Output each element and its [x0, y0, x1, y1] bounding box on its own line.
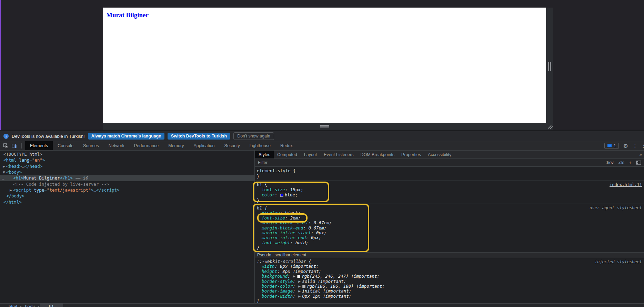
- issues-counter[interactable]: 1: [604, 143, 619, 149]
- code-valtext: 8px !important: [280, 264, 316, 269]
- dom-node-menu-dots-icon[interactable]: …: [2, 175, 4, 181]
- dom-node-body-open[interactable]: ▼<body>: [0, 169, 254, 175]
- more-tabs-icon[interactable]: »: [640, 151, 644, 158]
- infobar-message: DevTools is now available in Turkish!: [12, 134, 85, 139]
- code-punct: :: [285, 187, 290, 192]
- page-heading: Murat Bilginer: [106, 11, 546, 19]
- vertical-resize-handle-icon[interactable]: [550, 62, 551, 71]
- dom-node-head[interactable]: ▶<head>…</head>: [0, 163, 254, 169]
- css-decl-margin-inline-end[interactable]: margin-inline-end: 0px;: [255, 235, 644, 240]
- always-match-language-button[interactable]: Always match Chrome's language: [88, 133, 164, 140]
- tab-styles[interactable]: Styles: [255, 151, 274, 158]
- css-decl-font-weight[interactable]: font-weight: bold;: [255, 241, 644, 245]
- pseudo-state-toggle[interactable]: :hov: [606, 160, 614, 165]
- inspect-element-icon[interactable]: [3, 143, 9, 149]
- switch-devtools-to-turkish-button[interactable]: Switch DevTools to Turkish: [168, 133, 230, 140]
- css-close-brace[interactable]: }: [255, 174, 644, 179]
- styles-filter-input[interactable]: Filter: [258, 160, 606, 165]
- dom-node-html-open[interactable]: <html lang="en">: [0, 157, 254, 163]
- settings-gear-icon[interactable]: ⚙: [623, 143, 628, 149]
- tab-security[interactable]: Security: [220, 141, 245, 150]
- tab-console[interactable]: Console: [53, 141, 78, 150]
- css-decl-border-style[interactable]: border-style: ▶solid !important;: [255, 279, 644, 284]
- css-close-brace[interactable]: }: [255, 245, 644, 250]
- css-decl-background[interactable]: background: ▶rgb(245, 246, 247) !importa…: [255, 274, 644, 279]
- dom-node-html-close[interactable]: </html>: [0, 199, 254, 205]
- code-valtext: block: [285, 210, 298, 215]
- tab-properties[interactable]: Properties: [398, 151, 424, 158]
- dom-node-h1-selected[interactable]: …<h1>Murat Bilginer</h1> == $0: [0, 175, 254, 181]
- breadcrumb-body[interactable]: body: [22, 304, 38, 307]
- css-decl-margin-inline-start[interactable]: margin-inline-start: 0px;: [255, 231, 644, 235]
- viewport-resize-gutter-right[interactable]: [546, 8, 553, 130]
- color-swatch[interactable]: [297, 275, 300, 278]
- code-tag: </body>: [6, 193, 24, 198]
- code-val: "text/javascript": [47, 187, 91, 193]
- color-swatch[interactable]: [302, 285, 305, 288]
- close-devtools-icon[interactable]: ×: [642, 142, 644, 150]
- css-close-brace[interactable]: }: [255, 198, 644, 203]
- devtools-main-toolbar: Elements Console Sources Network Perform…: [0, 141, 644, 151]
- vertical-resize-handle-icon[interactable]: [548, 62, 549, 71]
- collapse-arrow-icon: ▼: [3, 170, 6, 175]
- dom-node-doctype[interactable]: <!DOCTYPE html>: [0, 151, 254, 157]
- css-decl-border-color[interactable]: border-color: ▶rgb(186, 186, 188) !impor…: [255, 284, 644, 289]
- code-punct: :: [306, 235, 311, 240]
- css-decl-border-width[interactable]: border-width: ▶0px 1px !important;: [255, 294, 644, 299]
- tab-accessibility[interactable]: Accessibility: [424, 151, 455, 158]
- horizontal-resize-handle-icon[interactable]: [320, 126, 329, 127]
- code-sel: element.style: [257, 168, 291, 173]
- tab-computed[interactable]: Computed: [274, 151, 301, 158]
- element-classes-toggle[interactable]: .cls: [618, 160, 624, 165]
- corner-resize-handle-icon[interactable]: [547, 123, 553, 130]
- css-decl-display[interactable]: display: block;: [255, 211, 644, 215]
- tab-lighthouse[interactable]: Lighthouse: [245, 141, 275, 150]
- css-decl-height[interactable]: height: 8px !important;: [255, 269, 644, 274]
- device-toolbar-icon[interactable]: [11, 143, 17, 149]
- tab-network[interactable]: Network: [104, 141, 129, 150]
- css-selector-element-style[interactable]: element.style {: [255, 168, 644, 174]
- tab-event-listeners[interactable]: Event Listeners: [320, 151, 357, 158]
- tab-redux[interactable]: Redux: [275, 141, 298, 150]
- css-decl-border-image[interactable]: border-image: ▶initial !important;: [255, 289, 644, 294]
- code-punct: :: [293, 279, 298, 284]
- css-rule-h1-selector[interactable]: h1 {: [255, 182, 644, 187]
- tab-dom-breakpoints[interactable]: DOM Breakpoints: [357, 151, 398, 158]
- code-valtext: 0px: [311, 235, 319, 240]
- horizontal-resize-handle-icon[interactable]: [320, 125, 329, 126]
- code-valtext: 8px !important: [282, 269, 319, 274]
- code-dim: …: [93, 187, 96, 193]
- dom-node-body-close[interactable]: </body>: [0, 193, 254, 199]
- dom-node-script[interactable]: ▶<script type="text/javascript">…</scrip…: [0, 187, 254, 193]
- code-prop: margin-inline-end: [262, 235, 306, 240]
- css-decl-font-size-overridden[interactable]: font-size: 2em;: [255, 216, 644, 221]
- css-rule-h1-ua-selector[interactable]: h1 {: [255, 206, 644, 211]
- breadcrumb-html[interactable]: html: [6, 304, 20, 307]
- tab-elements[interactable]: Elements: [25, 141, 53, 150]
- tab-memory[interactable]: Memory: [163, 141, 189, 150]
- css-close-brace[interactable]: }: [255, 299, 644, 303]
- breadcrumb-h1[interactable]: h1: [40, 304, 63, 307]
- viewport-resize-gutter-bottom[interactable]: [103, 123, 553, 130]
- section-header-label: Pseudo ::scrollbar element: [257, 253, 306, 257]
- css-decl-margin-block-start[interactable]: margin-block-start: 0.67em;: [255, 221, 644, 225]
- new-style-rule-button[interactable]: +: [629, 160, 632, 165]
- css-decl-color[interactable]: color: blue;: [255, 192, 644, 197]
- devtools-panel-tabs: Elements Console Sources Network Perform…: [25, 141, 298, 150]
- toggle-sidebar-icon[interactable]: [636, 161, 641, 165]
- tab-performance[interactable]: Performance: [129, 141, 164, 150]
- tab-layout[interactable]: Layout: [301, 151, 321, 158]
- code-punct: :: [275, 264, 280, 269]
- css-decl-width[interactable]: width: 8px !important;: [255, 264, 644, 269]
- code-punct: :: [311, 230, 316, 235]
- kebab-menu-icon[interactable]: ⋮: [633, 143, 637, 149]
- tab-sources[interactable]: Sources: [78, 141, 104, 150]
- css-decl-font-size[interactable]: font-size: 15px;: [255, 187, 644, 192]
- dom-node-comment[interactable]: <!-- Code injected by live-server -->: [0, 181, 254, 187]
- css-decl-margin-block-end[interactable]: margin-block-end: 0.67em;: [255, 226, 644, 231]
- color-swatch[interactable]: [280, 194, 283, 197]
- code-valtext: solid !important: [302, 279, 343, 284]
- css-rule-webkit-scrollbar-selector[interactable]: ::-webkit-scrollbar {: [255, 259, 644, 264]
- tab-application[interactable]: Application: [189, 141, 219, 150]
- dont-show-again-button[interactable]: Don't show again: [233, 132, 274, 140]
